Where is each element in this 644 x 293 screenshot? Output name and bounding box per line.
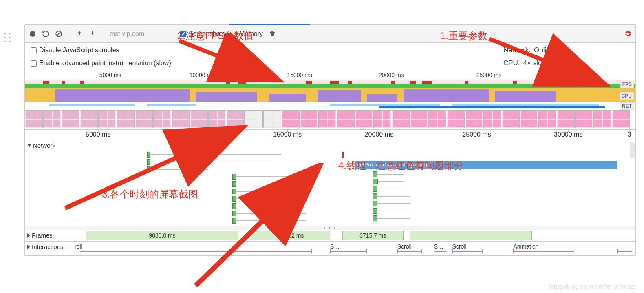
filmstrip-thumb[interactable] (117, 110, 135, 128)
chevron-down-icon (568, 62, 572, 65)
svg-rect-3 (270, 32, 275, 33)
main-axis-tick: 5000 ms (86, 131, 110, 138)
capture-settings-panel: Disable JavaScript samples Network: Onli… (25, 43, 635, 71)
filmstrip-thumb[interactable] (318, 110, 336, 128)
main-axis-tick: 30000 ms (554, 131, 582, 138)
flamechart-main[interactable]: Network getProductData (mst.vip.com) (25, 140, 635, 226)
cpu-throttle-select[interactable]: CPU: 4× slowdown (503, 59, 630, 67)
filmstrip-thumb[interactable] (43, 110, 61, 128)
frames-track[interactable]: Frames 9030.0 ms4632.2 ms3715.7 ms (25, 230, 635, 242)
filmstrip-thumb[interactable] (447, 110, 465, 128)
filmstrip-thumb[interactable] (502, 110, 520, 128)
filmstrip-thumb[interactable] (62, 110, 79, 128)
filmstrip-thumb[interactable] (227, 110, 245, 128)
recording-url[interactable]: mst.vip.com (110, 30, 144, 38)
frame-segment[interactable]: 9030.0 ms (86, 231, 239, 240)
chevron-down-icon (559, 49, 563, 52)
filmstrip-thumb[interactable] (483, 110, 501, 128)
interaction-label: Animation (513, 243, 538, 250)
frame-segment[interactable] (410, 231, 532, 240)
network-request-bar[interactable]: getProductData (mst.vip.com) (355, 161, 617, 169)
resize-handle[interactable]: • • • (25, 226, 635, 230)
load-profile-button[interactable] (76, 30, 83, 38)
chevron-down-icon (27, 144, 31, 147)
network-section-header[interactable]: Network (27, 142, 55, 149)
filmstrip-thumb[interactable] (428, 110, 446, 128)
advanced-paint-label: Enable advanced paint instrumentation (s… (39, 60, 171, 67)
network-request-label: getProductData (mst.vip.com) (357, 162, 427, 168)
overview-tick: 15000 ms (287, 72, 312, 78)
interactions-header[interactable]: Interactions (27, 243, 64, 250)
reload-button[interactable] (42, 30, 49, 38)
interactions-track[interactable]: Interactions roll S…ScrollS…ScrollAnimat… (25, 242, 635, 255)
interaction-bar[interactable] (330, 251, 367, 252)
disable-js-label: Disable JavaScript samples (39, 47, 119, 54)
filmstrip-thumb[interactable] (135, 110, 153, 128)
filmstrip-thumb[interactable] (282, 110, 300, 128)
frames-label: Frames (32, 232, 53, 239)
devtools-performance-panel: mst.vip.com Screenshots Memory Disable J… (24, 24, 636, 256)
interaction-bar[interactable] (513, 251, 574, 252)
memory-checkbox[interactable]: Memory (231, 30, 263, 38)
filmstrip-thumb[interactable] (153, 110, 171, 128)
clear-button[interactable] (55, 30, 62, 38)
overview-tick: 30000 ms (568, 72, 593, 78)
filmstrip-thumb[interactable] (373, 110, 391, 128)
filmstrip-thumb[interactable] (465, 110, 483, 128)
filmstrip-thumb[interactable] (190, 110, 208, 128)
filmstrip-thumb[interactable] (575, 110, 593, 128)
filmstrip-thumb[interactable] (208, 110, 226, 128)
interaction-bar[interactable] (434, 251, 446, 252)
filmstrip-thumb[interactable] (355, 110, 373, 128)
cpu-lane: CPU (25, 88, 635, 102)
interaction-roll-label: roll (75, 243, 82, 250)
filmstrip-thumb[interactable] (25, 110, 43, 128)
cpu-value: 4× slowdown (523, 59, 564, 67)
network-section-label: Network (33, 142, 55, 149)
advanced-paint-checkbox[interactable]: Enable advanced paint instrumentation (s… (31, 60, 171, 67)
main-axis-tick: 10000 ms (175, 131, 204, 138)
interaction-label: S… (330, 243, 340, 250)
frames-header[interactable]: Frames (27, 232, 53, 239)
frame-segment[interactable]: 4632.2 ms (251, 231, 330, 240)
filmstrip-thumb[interactable] (520, 110, 538, 128)
save-profile-button[interactable] (89, 30, 96, 38)
scrollbar-thumb[interactable] (630, 142, 635, 158)
filmstrip-thumb[interactable] (263, 110, 281, 128)
svg-rect-1 (77, 36, 82, 36)
frame-segment[interactable]: 3715.7 ms (342, 231, 404, 240)
collect-garbage-button[interactable] (269, 30, 276, 38)
network-throttle-select[interactable]: Network: Online (503, 46, 630, 54)
overview-pane[interactable]: 5000 ms10000 ms15000 ms20000 ms25000 ms3… (25, 71, 635, 140)
filmstrip[interactable] (25, 109, 635, 130)
svg-rect-2 (90, 36, 95, 36)
filmstrip-thumb[interactable] (80, 110, 98, 128)
chevron-right-icon (27, 233, 30, 238)
filmstrip-thumb[interactable] (538, 110, 556, 128)
filmstrip-thumb[interactable] (245, 110, 263, 128)
filmstrip-thumb[interactable] (612, 110, 630, 128)
chevron-right-icon (27, 245, 30, 249)
filmstrip-thumb[interactable] (172, 110, 190, 128)
watermark: https://blog.csdn.net/terrychinaz (549, 283, 635, 290)
disable-js-samples-checkbox[interactable]: Disable JavaScript samples (31, 47, 119, 54)
interaction-label: Scroll (452, 243, 467, 250)
main-axis-tick: 15000 ms (273, 131, 302, 138)
capture-settings-button[interactable] (624, 30, 631, 38)
record-button[interactable] (29, 30, 36, 38)
filmstrip-thumb[interactable] (392, 110, 410, 128)
main-time-axis: 5000 ms10000 ms15000 ms20000 ms25000 ms3… (25, 130, 635, 140)
filmstrip-thumb[interactable] (557, 110, 575, 128)
interaction-bar[interactable] (397, 251, 422, 252)
network-label: Network: (503, 46, 531, 54)
cpu-lane-label: CPU (620, 92, 634, 100)
screenshots-checkbox[interactable]: Screenshots (180, 30, 225, 38)
interaction-label: Scroll (397, 243, 412, 250)
filmstrip-thumb[interactable] (300, 110, 318, 128)
interaction-bar[interactable] (452, 251, 483, 252)
filmstrip-thumb[interactable] (410, 110, 428, 128)
filmstrip-thumb[interactable] (98, 110, 116, 128)
filmstrip-thumb[interactable] (337, 110, 355, 128)
filmstrip-thumb[interactable] (593, 110, 611, 128)
overview-tick: 25000 ms (476, 72, 501, 78)
